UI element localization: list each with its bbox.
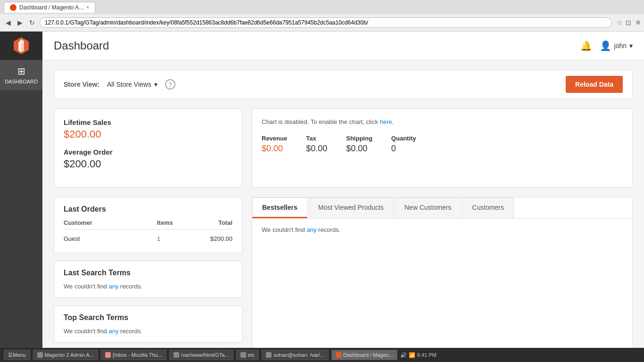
top-search-title: Top Search Terms [64,313,232,322]
sidebar-item-label: DASHBOARD [5,79,38,84]
tab-customers[interactable]: Customers [462,197,514,218]
browser-menu-icon[interactable]: ≡ [636,18,640,27]
stats-section: Lifetime Sales $200.00 Average Order $20… [54,108,633,188]
store-view-label: Store View: [64,81,99,88]
store-view-bar: Store View: All Store Views ▾ ? Reload D… [54,70,633,99]
taskbar: ☰ Menu Magento 2 Admin A... [Inbox - Moz… [0,348,644,348]
quantity-label: Quantity [391,135,416,142]
top-search-any: any [108,328,118,335]
shipping-label: Shipping [346,135,372,142]
chart-disabled-period: . [392,118,394,125]
page-header: Dashboard 🔔 👤 john ▾ [42,32,644,60]
store-view-left: Store View: All Store Views ▾ ? [64,79,175,90]
browser-titlebar: Dashboard / Magento A... × [0,0,644,14]
user-dropdown-icon: ▾ [629,42,633,49]
back-button[interactable]: ◀ [4,18,13,27]
quantity-value: 0 [391,144,416,154]
tab-bestsellers-label: Bestsellers [262,204,297,211]
tax-value: $0.00 [306,144,327,154]
tab-no-records: We couldn't find any records. [262,226,623,233]
bottom-row: Last Orders Customer Items Total Guest 1… [54,197,633,348]
order-customer: Guest [64,235,157,242]
reload-button[interactable]: ↻ [27,18,37,27]
sidebar: ⊞ DASHBOARD [0,32,42,348]
last-orders-card: Last Orders Customer Items Total Guest 1… [54,197,242,253]
col-items: Items [157,219,195,226]
tab-new-customers-label: New Customers [405,204,452,211]
average-order-label: Average Order [64,148,232,156]
magento-logo-icon [12,36,31,55]
tab-most-viewed-label: Most Viewed Products [318,204,384,211]
help-text: ? [168,81,172,88]
tab-content-area: We couldn't find any records. [252,219,632,241]
browser-tab[interactable]: Dashboard / Magento A... × [4,2,95,13]
bottom-left-panel: Last Orders Customer Items Total Guest 1… [54,197,242,348]
browser-chrome: Dashboard / Magento A... × ◀ ▶ ↻ ☆ ⊡ ≡ [0,0,644,32]
last-orders-table-header: Customer Items Total [64,219,232,230]
order-total: $200.00 [195,235,232,242]
notification-icon: 🔔 [580,41,592,51]
store-view-dropdown-icon: ▾ [154,81,157,88]
tabs-panel: Bestsellers Most Viewed Products New Cus… [252,197,633,348]
browser-toolbar: ◀ ▶ ↻ ☆ ⊡ ≡ [0,14,644,31]
order-items-link[interactable]: 1 [157,235,160,242]
revenue-label: Revenue [262,135,287,142]
average-order-value: $200.00 [64,158,232,170]
store-view-selected: All Store Views [107,81,151,88]
lifetime-sales-value: $200.00 [64,128,232,140]
tab-customers-label: Customers [472,204,504,211]
col-total: Total [195,219,232,226]
revenue-metric: Revenue $0.00 [262,135,287,154]
stats-right-panel: Chart is disabled. To enable the chart, … [252,108,633,188]
app-layout: ⊞ DASHBOARD Dashboard 🔔 👤 john ▾ [0,32,644,348]
tab-most-viewed[interactable]: Most Viewed Products [308,197,394,218]
tab-bestsellers[interactable]: Bestsellers [252,197,307,218]
chart-disabled-message: Chart is disabled. To enable the chart, … [262,118,623,125]
top-search-terms-card: Top Search Terms We couldn't find any re… [54,305,242,343]
dashboard-body: Store View: All Store Views ▾ ? Reload D… [42,60,644,348]
user-icon: 👤 [600,40,611,51]
table-row: Guest 1 $200.00 [64,232,232,245]
shipping-metric: Shipping $0.00 [346,135,372,154]
top-search-no-records: We couldn't find any records. [64,328,232,335]
tab-any: any [306,226,316,233]
user-menu[interactable]: 👤 john ▾ [600,40,633,51]
tax-label: Tax [306,135,327,142]
svg-marker-2 [21,39,24,52]
stats-left-panel: Lifetime Sales $200.00 Average Order $20… [54,108,242,188]
order-items: 1 [157,235,195,242]
browser-tab-title: Dashboard / Magento A... [19,4,83,11]
metrics-row: Revenue $0.00 Tax $0.00 Shipping $0.00 [262,135,623,154]
last-search-terms-card: Last Search Terms We couldn't find any r… [54,261,242,298]
dashboard-icon: ⊞ [17,66,25,77]
tabs-container: Bestsellers Most Viewed Products New Cus… [252,197,632,219]
notification-button[interactable]: 🔔 [580,40,592,51]
username-label: john [614,42,627,49]
address-bar[interactable] [40,17,612,28]
tax-metric: Tax $0.00 [306,135,327,154]
lifetime-sales-label: Lifetime Sales [64,118,232,126]
store-view-select[interactable]: All Store Views ▾ [107,81,157,88]
last-search-any: any [108,283,118,290]
last-search-title: Last Search Terms [64,269,232,277]
revenue-value: $0.00 [262,144,287,154]
col-customer: Customer [64,219,157,226]
main-content: Dashboard 🔔 👤 john ▾ Store View: All [42,32,644,348]
last-orders-title: Last Orders [64,205,232,214]
tab-new-customers[interactable]: New Customers [395,197,462,218]
chart-enable-link[interactable]: here [380,118,392,125]
reload-data-button[interactable]: Reload Data [566,76,623,93]
chart-disabled-text: Chart is disabled. To enable the chart, … [262,118,380,125]
quantity-metric: Quantity 0 [391,135,416,154]
browser-tab-close[interactable]: × [86,5,89,10]
bookmark-icon[interactable]: ☆ [617,19,623,26]
browser-tab-favicon [10,4,17,11]
page-title: Dashboard [54,39,109,52]
shipping-value: $0.00 [346,144,372,154]
sidebar-item-dashboard[interactable]: ⊞ DASHBOARD [0,60,42,90]
header-actions: 🔔 👤 john ▾ [580,40,633,51]
extensions-icon[interactable]: ⊡ [626,19,631,26]
help-icon[interactable]: ? [165,79,175,90]
forward-button[interactable]: ▶ [16,18,25,27]
last-search-no-records: We couldn't find any records. [64,283,232,290]
